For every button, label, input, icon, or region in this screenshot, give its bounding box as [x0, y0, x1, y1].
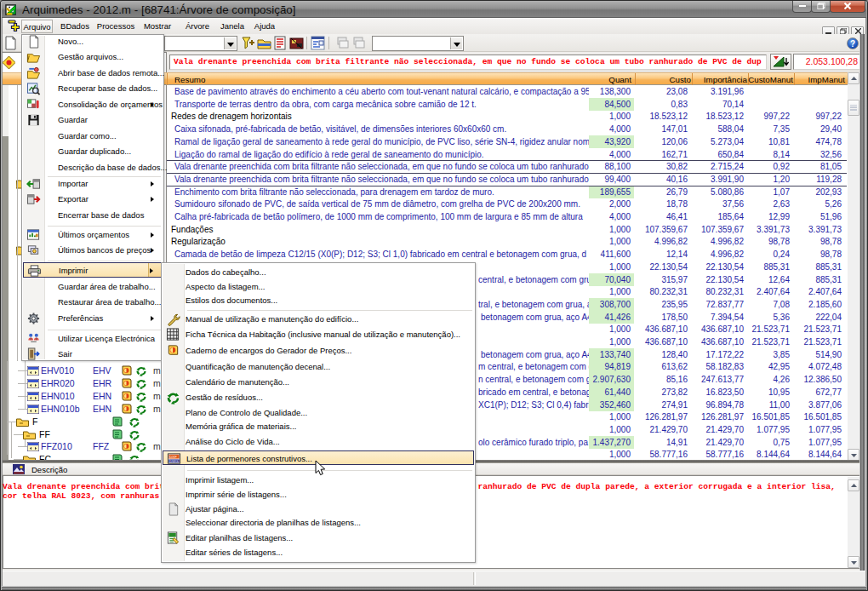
- svg-text:DWG: DWG: [169, 459, 178, 463]
